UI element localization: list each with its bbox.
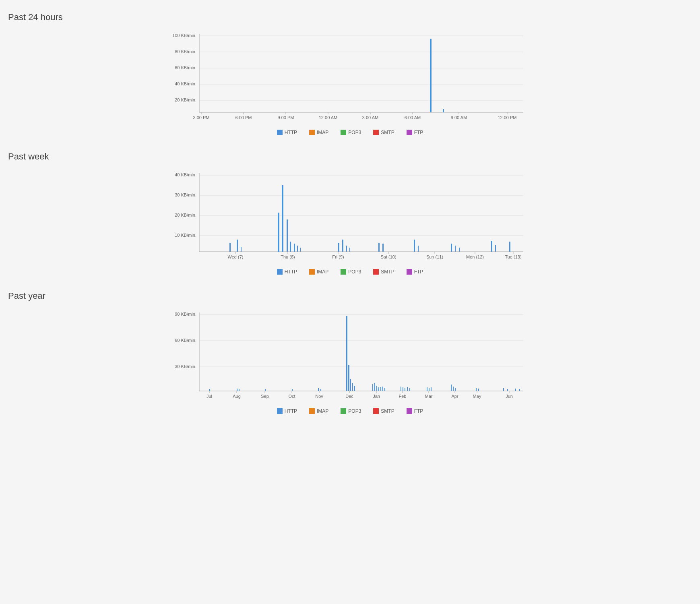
svg-text:Tue (13): Tue (13) xyxy=(505,254,521,259)
legend-label-imap: IMAP xyxy=(317,130,328,135)
svg-text:Dec: Dec xyxy=(345,394,353,399)
legend-smtp: SMTP xyxy=(373,130,394,135)
svg-rect-51 xyxy=(342,240,343,252)
svg-rect-91 xyxy=(318,388,319,391)
svg-rect-50 xyxy=(338,243,339,252)
svg-rect-104 xyxy=(384,388,385,391)
legend-24h: HTTP IMAP POP3 SMTP FTP xyxy=(277,130,423,135)
chart-container-year: 90 KB/min. 60 KB/min. 30 KB/min. xyxy=(8,308,692,414)
svg-rect-61 xyxy=(491,241,492,252)
legend-imap: IMAP xyxy=(309,130,328,135)
svg-text:60 KB/min.: 60 KB/min. xyxy=(175,338,196,343)
svg-rect-41 xyxy=(237,240,238,252)
svg-text:90 KB/min.: 90 KB/min. xyxy=(175,312,196,316)
svg-text:30 KB/min.: 30 KB/min. xyxy=(175,192,196,197)
svg-rect-93 xyxy=(346,316,347,391)
svg-text:May: May xyxy=(473,394,481,399)
legend-year-smtp: SMTP xyxy=(373,408,394,414)
legend-year-box-http xyxy=(277,408,283,414)
svg-text:3:00 PM: 3:00 PM xyxy=(193,115,209,120)
chart-svg-24h: 100 KB/min. 80 KB/min. 60 KB/min. 40 KB/… xyxy=(169,30,531,126)
legend-week-label-http: HTTP xyxy=(285,269,297,275)
legend-week-label-smtp: SMTP xyxy=(381,269,394,275)
svg-rect-107 xyxy=(405,388,405,391)
svg-rect-53 xyxy=(349,248,350,252)
svg-rect-119 xyxy=(507,389,508,391)
svg-text:Nov: Nov xyxy=(315,394,323,399)
svg-text:Wed (7): Wed (7) xyxy=(227,254,243,259)
legend-week-ftp: FTP xyxy=(407,269,423,275)
section-past-year: Past year 90 KB/min. 60 KB/min. 30 KB/mi… xyxy=(8,287,692,414)
legend-year-box-smtp xyxy=(373,408,379,414)
svg-text:Mar: Mar xyxy=(425,394,432,399)
svg-rect-117 xyxy=(478,389,479,391)
svg-rect-100 xyxy=(376,386,377,391)
svg-rect-99 xyxy=(374,383,375,391)
svg-text:60 KB/min.: 60 KB/min. xyxy=(175,65,196,70)
legend-week: HTTP IMAP POP3 SMTP FTP xyxy=(277,269,423,275)
svg-text:9:00 AM: 9:00 AM xyxy=(450,115,467,120)
svg-rect-116 xyxy=(476,388,477,391)
svg-rect-118 xyxy=(503,388,504,391)
legend-http: HTTP xyxy=(277,130,297,135)
legend-box-smtp xyxy=(373,130,379,135)
svg-rect-57 xyxy=(418,246,419,252)
legend-label-pop3: POP3 xyxy=(348,130,361,135)
legend-label-smtp: SMTP xyxy=(381,130,394,135)
svg-rect-96 xyxy=(352,383,353,391)
svg-text:10 KB/min.: 10 KB/min. xyxy=(175,233,196,238)
section-past-24-hours: Past 24 hours 100 KB/min. 80 KB/min. 60 … xyxy=(8,8,692,135)
svg-text:Oct: Oct xyxy=(288,394,295,399)
svg-rect-86 xyxy=(209,389,210,391)
svg-rect-58 xyxy=(451,244,452,252)
legend-week-http: HTTP xyxy=(277,269,297,275)
legend-box-http xyxy=(277,130,283,135)
svg-rect-54 xyxy=(378,243,380,252)
svg-text:30 KB/min.: 30 KB/min. xyxy=(175,364,196,369)
svg-rect-48 xyxy=(297,246,298,252)
legend-week-pop3: POP3 xyxy=(341,269,361,275)
svg-rect-63 xyxy=(509,242,510,252)
svg-rect-97 xyxy=(354,386,355,391)
legend-year-box-ftp xyxy=(407,408,412,414)
svg-rect-98 xyxy=(372,384,373,391)
svg-text:Jun: Jun xyxy=(506,394,513,399)
svg-rect-13 xyxy=(443,109,444,112)
legend-box-pop3 xyxy=(341,130,346,135)
legend-year-label-imap: IMAP xyxy=(317,408,328,414)
svg-text:40 KB/min.: 40 KB/min. xyxy=(175,172,196,177)
svg-rect-88 xyxy=(239,389,240,391)
svg-rect-112 xyxy=(431,387,432,391)
legend-ftp: FTP xyxy=(407,130,423,135)
legend-year-label-smtp: SMTP xyxy=(381,408,394,414)
svg-text:20 KB/min.: 20 KB/min. xyxy=(175,213,196,217)
svg-rect-109 xyxy=(409,388,410,391)
svg-text:Feb: Feb xyxy=(399,394,406,399)
svg-rect-108 xyxy=(407,387,408,391)
svg-rect-101 xyxy=(378,387,379,391)
legend-year-box-imap xyxy=(309,408,315,414)
svg-rect-87 xyxy=(237,389,237,391)
svg-text:100 KB/min.: 100 KB/min. xyxy=(172,33,196,38)
chart-container-24h: 100 KB/min. 80 KB/min. 60 KB/min. 40 KB/… xyxy=(8,30,692,135)
section-title-year: Past year xyxy=(8,287,692,304)
svg-text:Sat (10): Sat (10) xyxy=(380,254,396,259)
svg-rect-110 xyxy=(427,387,427,391)
svg-rect-106 xyxy=(403,387,403,391)
svg-rect-102 xyxy=(380,387,381,391)
legend-year-imap: IMAP xyxy=(309,408,328,414)
svg-text:Apr: Apr xyxy=(451,394,458,399)
legend-year-box-pop3 xyxy=(341,408,346,414)
section-title-24h: Past 24 hours xyxy=(8,8,692,26)
chart-container-week: 40 KB/min. 30 KB/min. 20 KB/min. 10 KB/m… xyxy=(8,169,692,275)
svg-text:6:00 PM: 6:00 PM xyxy=(235,115,252,120)
svg-rect-92 xyxy=(320,389,321,391)
svg-rect-42 xyxy=(241,247,242,252)
svg-rect-43 xyxy=(278,213,279,252)
legend-year-label-ftp: FTP xyxy=(414,408,423,414)
svg-rect-111 xyxy=(429,388,429,391)
svg-rect-95 xyxy=(350,379,351,391)
svg-rect-105 xyxy=(401,387,401,391)
svg-text:6:00 AM: 6:00 AM xyxy=(404,115,420,120)
legend-box-ftp xyxy=(407,130,412,135)
